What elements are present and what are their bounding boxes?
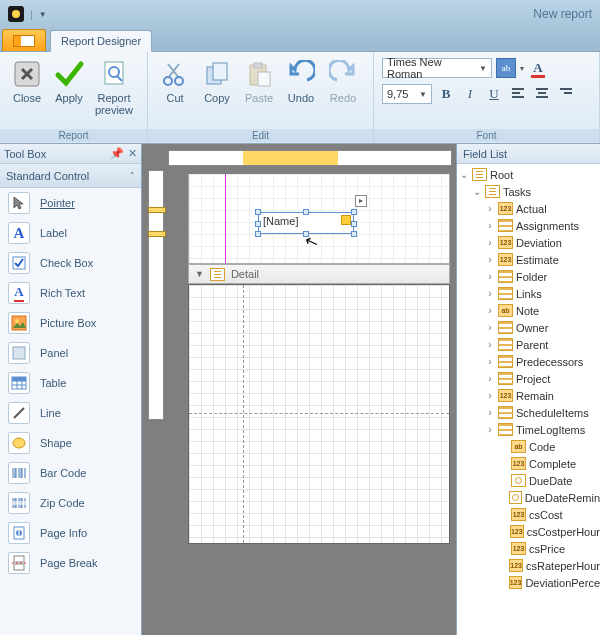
copy-button[interactable]: Copy (196, 56, 238, 106)
expand-icon[interactable]: › (485, 424, 495, 435)
file-tab[interactable] (2, 29, 46, 51)
detail-band-header[interactable]: ▼ Detail (188, 264, 450, 284)
design-surface[interactable]: [Name] ▸ ▼ Detail ↖ (142, 144, 456, 635)
tool-item-page-break[interactable]: Page Break (0, 548, 141, 578)
tool-item-panel[interactable]: Panel (0, 338, 141, 368)
expand-icon[interactable]: › (485, 254, 495, 265)
expand-icon[interactable]: › (485, 271, 495, 282)
toolbox-category[interactable]: Standard Control ˄ (0, 164, 141, 188)
tree-row[interactable]: ›123Estimate (459, 251, 600, 268)
tool-item-line[interactable]: Line (0, 398, 141, 428)
detail-band-body[interactable] (188, 284, 450, 544)
undo-button[interactable]: Undo (280, 56, 322, 106)
tree-row[interactable]: 123csCostperHour (459, 523, 600, 540)
expand-icon[interactable]: › (485, 356, 495, 367)
tool-item-pointer[interactable]: Pointer (0, 188, 141, 218)
align-center-button[interactable] (532, 84, 552, 104)
expand-icon[interactable]: › (485, 373, 495, 384)
tree-row[interactable]: ›Owner (459, 319, 600, 336)
close-button[interactable]: Close (6, 56, 48, 106)
tree-row[interactable]: 123csCost (459, 506, 600, 523)
tree-row[interactable]: 123DeviationPerce (459, 574, 600, 591)
tree-row[interactable]: ›Links (459, 285, 600, 302)
tree-row[interactable]: ›Assignments (459, 217, 600, 234)
horizontal-ruler[interactable] (168, 150, 452, 166)
underline-button[interactable]: U (484, 84, 504, 104)
tree-row[interactable]: ⌄Root (459, 166, 600, 183)
expand-icon[interactable]: › (485, 407, 495, 418)
collapse-icon[interactable]: ⌄ (472, 186, 482, 197)
tree-row[interactable]: abCode (459, 438, 600, 455)
tree-row[interactable]: ⌄Tasks (459, 183, 600, 200)
paste-button[interactable]: Paste (238, 56, 280, 106)
tool-item-check-box[interactable]: Check Box (0, 248, 141, 278)
field-icon (498, 372, 513, 385)
font-name-combo[interactable]: Times New Roman▼ (382, 58, 492, 78)
expand-icon[interactable]: › (485, 220, 495, 231)
tree-row[interactable]: 123csRateperHour (459, 557, 600, 574)
expand-icon[interactable]: › (485, 305, 495, 316)
check-box-icon (8, 252, 30, 274)
close-pane-icon[interactable]: ✕ (128, 147, 137, 160)
tree-row[interactable]: ›123Remain (459, 387, 600, 404)
preview-button[interactable]: Report preview (90, 56, 138, 118)
cut-button[interactable]: Cut (154, 56, 196, 106)
tree-row[interactable]: ›abNote (459, 302, 600, 319)
tree-row[interactable]: 123Complete (459, 455, 600, 472)
qat-dropdown-icon[interactable]: ▼ (39, 10, 47, 19)
tool-item-table[interactable]: Table (0, 368, 141, 398)
field-icon: 123 (498, 389, 513, 402)
highlight-button[interactable]: ab (496, 58, 516, 78)
tree-row[interactable]: ›123Actual (459, 200, 600, 217)
expand-icon[interactable]: › (485, 390, 495, 401)
expand-icon[interactable]: › (485, 322, 495, 333)
dropdown-arrow-hl[interactable]: ▾ (520, 64, 524, 73)
app-icon[interactable] (8, 6, 24, 22)
tree-row[interactable]: ›Project (459, 370, 600, 387)
align-left-button[interactable] (508, 84, 528, 104)
tree-row[interactable]: ›123Deviation (459, 234, 600, 251)
font-color-button[interactable]: A (528, 58, 548, 78)
tool-item-page-info[interactable]: iPage Info (0, 518, 141, 548)
expand-icon[interactable]: › (485, 237, 495, 248)
tree-row[interactable]: ›Parent (459, 336, 600, 353)
collapse-icon[interactable]: ⌄ (459, 169, 469, 180)
tool-item-zip-code[interactable]: Zip Code (0, 488, 141, 518)
field-icon: 123 (498, 253, 513, 266)
smart-tag-icon[interactable]: ▸ (355, 195, 367, 207)
tool-item-rich-text[interactable]: ARich Text (0, 278, 141, 308)
tree-row[interactable]: DueDate (459, 472, 600, 489)
bold-button[interactable]: B (436, 84, 456, 104)
expand-icon[interactable]: › (485, 203, 495, 214)
tool-item-label[interactable]: ALabel (0, 218, 141, 248)
expand-icon[interactable]: › (485, 288, 495, 299)
tree-row[interactable]: 123csPrice (459, 540, 600, 557)
font-size-combo[interactable]: 9,75▼ (382, 84, 432, 104)
field-icon: 123 (511, 542, 526, 555)
tab-report-designer[interactable]: Report Designer (50, 30, 152, 52)
tree-row[interactable]: ›ScheduleItems (459, 404, 600, 421)
expand-icon[interactable]: › (485, 339, 495, 350)
picture-box-icon (8, 312, 30, 334)
pin-icon[interactable]: 📌 (110, 147, 124, 160)
tree-row[interactable]: DueDateRemin (459, 489, 600, 506)
tree-row[interactable]: ›Folder (459, 268, 600, 285)
italic-button[interactable]: I (460, 84, 480, 104)
vertical-ruler[interactable] (148, 170, 164, 420)
field-icon: 123 (510, 525, 524, 538)
selected-label-control[interactable]: [Name] ▸ (258, 212, 354, 234)
page-break-icon (8, 552, 30, 574)
tool-item-shape[interactable]: Shape (0, 428, 141, 458)
tool-item-picture-box[interactable]: Picture Box (0, 308, 141, 338)
redo-button[interactable]: Redo (322, 56, 364, 106)
collapse-icon[interactable]: ▼ (195, 269, 204, 279)
window-title: New report (533, 7, 592, 21)
align-right-button[interactable] (556, 84, 576, 104)
tool-item-bar-code[interactable]: Bar Code (0, 458, 141, 488)
apply-button[interactable]: Apply (48, 56, 90, 106)
svg-rect-29 (14, 564, 24, 570)
tree-row[interactable]: ›Predecessors (459, 353, 600, 370)
field-list-pane: Field List ⌄Root⌄Tasks›123Actual›Assignm… (456, 144, 600, 635)
tree-row[interactable]: ›TimeLogItems (459, 421, 600, 438)
field-icon (498, 219, 513, 232)
